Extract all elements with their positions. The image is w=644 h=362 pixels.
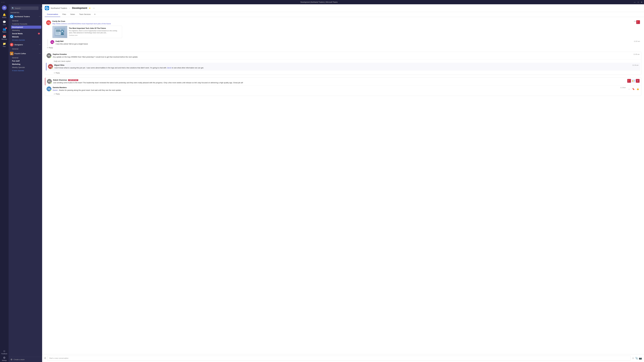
maximize-button[interactable]: □ [638,1,639,3]
settings-label: Settings [2,360,7,361]
message-author: Daniela Mandera [53,86,66,88]
status-dot [50,82,52,84]
sidebar-item-teams[interactable]: 2 👥 Teams [0,27,8,33]
message-item: DK Daphne Knowles 11:05 am Any update on… [45,52,641,60]
avatar[interactable]: JD [2,5,7,10]
reply-button[interactable]: ↩ Reply [46,46,641,49]
favorite-star-icon[interactable]: ★ [89,7,91,9]
thumbs-up-reply-button[interactable]: 👍 [636,87,640,91]
avatar: DM [46,86,52,91]
channel-list-northwind: General Customer Accounts Development Ma… [8,19,42,38]
emoji-button[interactable]: ☺ [632,357,634,360]
sidebar-item-settings[interactable]: ⚙ Settings [0,355,8,362]
channel-weekly-specials[interactable]: Weekly Specials [11,66,41,69]
message-text-before: I don't know what is causing this just y… [54,67,166,69]
avatar: KB [50,40,54,44]
tab-conversation[interactable]: Conversation [45,12,60,17]
mention-babek[interactable]: Babek [53,89,58,91]
breadcrumb-chevron: › [69,7,70,9]
reply-icon: ↩ [54,72,55,74]
sidebar-item-files[interactable]: 📁 Files [0,41,8,48]
team-header-fourth-coffee[interactable]: ☕ Fourth Coffee ··· [8,51,42,56]
channel-fourth-coffee-general[interactable]: General [11,56,41,59]
tab-files[interactable]: Files [60,12,68,17]
message-input[interactable]: Start a new conversation [47,356,630,361]
compose-icon[interactable]: ✏ [41,7,42,9]
message-author: Miguel Silva [54,64,64,66]
reply-label: Reply [49,47,53,49]
sidebar-item-chat[interactable]: 💬 Chat [0,19,8,26]
tabs: Conversation Files Notes Team Services + [42,12,644,17]
tab-notes[interactable]: Notes [68,12,77,17]
link-preview: The Most Important Tech Jobs Of The Futu… [52,26,122,38]
app-container: JD 🔔 Activity 💬 Chat 2 👥 Teams 📅 Meeting… [0,4,644,362]
nav-arrows[interactable]: ‹ › [2,1,4,3]
message-item: MS Miguel Silva 11:16 am I don't know wh… [46,63,640,70]
message-text-after: to see what other information we can get… [172,67,204,69]
message-time: 11:16 am [632,64,638,66]
channel-social-media-label: Social Media [12,32,23,34]
channel-customer-accounts[interactable]: Customer Accounts [11,22,41,25]
search-bar[interactable]: 🔍 [11,6,38,10]
team-section-designers: D Designers ··· General [8,42,42,50]
channel-general[interactable]: General [11,19,41,22]
message-time: 11:26am [620,87,626,88]
avatar: CD [46,20,51,25]
tab-add-button[interactable]: + [93,12,97,17]
sidebar-item-meetings[interactable]: 📅 Meetings [0,34,8,41]
channel-marketing[interactable]: Marketing [11,29,41,32]
attach-button[interactable]: 📎 [635,357,638,360]
more-actions-button[interactable]: ··· [627,87,631,91]
more-channels-northwind[interactable]: 32 more channels [8,39,42,41]
rail-bottom: ☺ Feedback ⚙ Settings [0,349,8,362]
create-team-button[interactable]: ⊕ Create a team [8,357,42,362]
mention-jakob[interactable]: Jakob [167,67,172,69]
link-preview-body: The Most Important Tech Jobs Of The Futu… [67,26,122,38]
channel-development[interactable]: Development [11,26,41,29]
bookmark-button[interactable]: 🔖 [632,87,635,91]
back-arrow[interactable]: ‹ [2,1,2,3]
reply-button[interactable]: ↩ Reply [46,93,641,96]
reply-summary[interactable]: Kadji and Jakob replied [54,60,70,62]
sidebar-item-activity[interactable]: 🔔 Activity [0,12,8,19]
team-header-northwind[interactable]: Northwind Traders ··· [8,14,42,19]
team-more-designers[interactable]: ··· [39,43,41,46]
message-link[interactable]: http://www.contoso.com/3054433/the-most-… [52,23,111,25]
format-icon[interactable]: A [44,357,46,360]
status-dot [50,90,51,91]
flag-icon[interactable]: 🚩 [636,20,640,24]
channel-website[interactable]: Website [11,35,41,38]
channel-list-fourth-coffee: General Fun stuff Marketing Weekly Speci… [8,56,42,69]
team-header-designers[interactable]: D Designers ··· [8,42,42,47]
channel-designers-general[interactable]: General [11,47,41,50]
message-thread-2: DK Daphne Knowles 11:05 am Any update on… [45,52,641,75]
link-preview-desc: For engineers, there is a lot of opportu… [69,30,120,34]
close-button[interactable]: ✕ [641,1,642,3]
message-header: Cecily De Crum 11:00 am [52,20,640,22]
sidebar-item-feedback[interactable]: ☺ Feedback [0,349,8,355]
message-header: Miguel Silva 11:16 am [54,64,638,66]
channel-social-media[interactable]: Social Media 2 [11,32,41,35]
team-more-northwind[interactable]: ··· [39,15,41,18]
title-bar: ‹ › Development (Northwind Traders) | Mi… [0,0,644,4]
reply-button[interactable]: ↩ Reply [46,72,641,75]
search-input[interactable] [15,7,38,9]
thumbs-up-button[interactable]: 👍 6 [632,79,635,83]
svg-rect-18 [61,34,62,34]
channel-more-icon[interactable]: ··· [93,7,95,9]
files-icon: 📁 [3,42,6,45]
window-controls[interactable]: — □ ✕ [634,1,642,3]
more-channels-fourth-coffee[interactable]: 4 more channels [8,69,42,72]
exclamation-button[interactable]: ! [636,79,640,83]
window-title: Development (Northwind Traders) | Micros… [4,1,634,3]
flag-button[interactable]: 🚩 [627,79,631,83]
message-content: Kadji Bell 11:02 am I love this article!… [56,40,640,45]
sidebar: 🔍 ✏ Favorites Northwind Traders ··· Gene… [8,4,42,362]
minimize-button[interactable]: — [634,1,636,3]
tab-team-services[interactable]: Team Services [77,12,93,17]
team-more-fourth-coffee[interactable]: ··· [39,52,41,55]
messages-area: CD Cecily De Crum 11:00 am http://www.co… [42,17,644,354]
channel-fun-stuff[interactable]: Fun stuff [11,59,41,62]
giphy-button[interactable]: 📷 [639,357,642,360]
channel-fourth-coffee-marketing[interactable]: Marketing [11,63,41,66]
